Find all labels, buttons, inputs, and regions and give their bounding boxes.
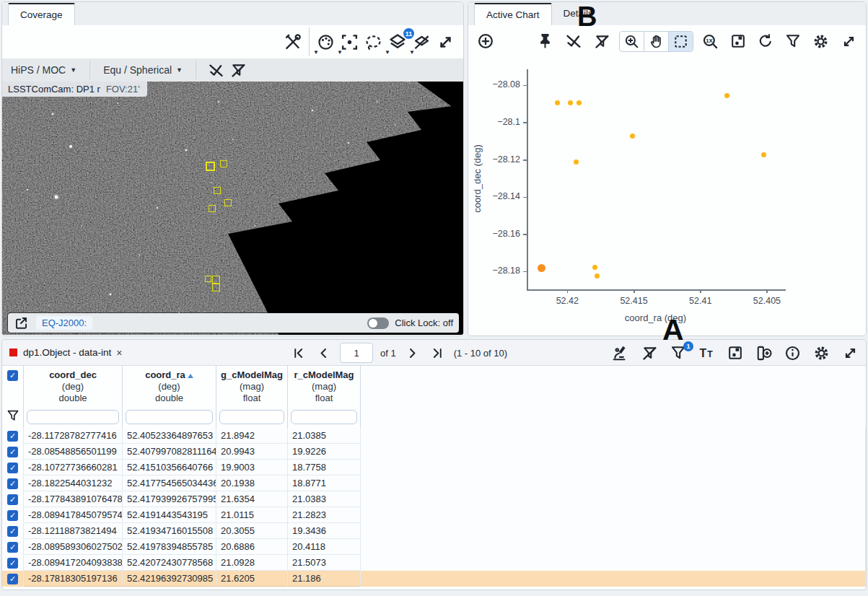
tab-coverage[interactable]: Coverage: [8, 3, 75, 25]
table-row[interactable]: ✓-28.08941720409383852.4207243077856821.…: [2, 555, 866, 571]
y-tick-mark: [523, 197, 527, 198]
add-chart-icon[interactable]: [474, 31, 497, 51]
row-checkbox[interactable]: ✓: [7, 558, 18, 569]
expand-viewer-icon[interactable]: [14, 315, 29, 330]
settings-gear-icon[interactable]: [810, 32, 832, 51]
zoom-in-icon[interactable]: [620, 32, 644, 51]
save-icon[interactable]: [727, 32, 749, 51]
row-checkbox[interactable]: ✓: [7, 510, 18, 521]
click-lock-toggle[interactable]: [367, 317, 389, 329]
select-region-icon[interactable]: [361, 32, 385, 53]
row-filler: [361, 539, 866, 555]
last-page-icon[interactable]: [429, 346, 447, 361]
cell-coord_ra: 52.407997082811164: [123, 444, 216, 460]
image-info-label: LSSTComCam: DP1 r FOV:21': [2, 82, 147, 97]
cell-coord_dec: -28.089589306027502: [24, 539, 123, 555]
table-row[interactable]: ✓-28.1211887382149452.4193471601550820.3…: [2, 523, 866, 539]
catalog-marker-square[interactable]: [206, 162, 215, 171]
cell-g_cModelMag: 20.6886: [216, 539, 288, 555]
cell-g_cModelMag: 20.9943: [216, 444, 288, 460]
row-checkbox[interactable]: ✓: [7, 463, 18, 473]
previous-page-icon[interactable]: [315, 346, 333, 361]
cell-coord_ra: 52.42072430778568: [123, 555, 216, 571]
filter-cell-coord_dec: [24, 408, 123, 428]
settings-gear-icon[interactable]: [810, 343, 833, 363]
data-point: [555, 100, 560, 105]
table-row[interactable]: ✓-28.1781830519713652.4219639273098521.6…: [2, 571, 866, 587]
column-header-coord_dec[interactable]: coord_dec (deg)double: [24, 366, 123, 408]
table-title: dp1.Object - data-int: [23, 347, 111, 358]
close-icon[interactable]: ×: [116, 347, 122, 359]
tab-active-chart[interactable]: Active Chart: [474, 3, 552, 25]
row-checkbox[interactable]: ✓: [7, 478, 18, 489]
first-page-icon[interactable]: [289, 346, 307, 361]
row-checkbox[interactable]: ✓: [7, 447, 18, 457]
annotation-letter-b: B: [577, 3, 597, 30]
table-status-square: [9, 349, 17, 356]
pin-icon[interactable]: [534, 32, 556, 51]
tools-icon[interactable]: [281, 32, 304, 53]
zoom-original-icon[interactable]: [699, 32, 722, 51]
row-checkbox[interactable]: ✓: [7, 494, 18, 505]
catalog-marker-square[interactable]: [212, 284, 220, 292]
catalog-marker-square[interactable]: [212, 276, 220, 284]
row-checkbox[interactable]: ✓: [7, 431, 18, 442]
expand-icon[interactable]: [838, 32, 860, 51]
select-all-checkbox[interactable]: ✓: [7, 370, 18, 381]
box-select-icon[interactable]: [668, 32, 693, 51]
center-image-icon[interactable]: ▼: [338, 32, 361, 53]
table-row[interactable]: ✓-28.08958930602750252.4197839485578520.…: [2, 539, 866, 555]
hips-moc-dropdown[interactable]: HiPS / MOC▼: [2, 64, 85, 76]
table-row[interactable]: ✓-28.0854885650119952.40799708281116420.…: [2, 444, 866, 460]
color-palette-icon[interactable]: ▼: [314, 32, 338, 53]
filter-icon: [6, 409, 19, 422]
annotation-letter-a: A: [662, 315, 684, 345]
table-row[interactable]: ✓-28.182254403123252.41775456503443620.1…: [2, 476, 866, 491]
row-checkbox[interactable]: ✓: [7, 542, 18, 553]
sky-image-viewer[interactable]: LSSTComCam: DP1 r FOV:21' EQ-J2000: Clic…: [2, 82, 463, 335]
filter-input-coord_dec[interactable]: [27, 410, 119, 424]
clear-filter-icon[interactable]: [639, 343, 661, 363]
restore-icon[interactable]: [755, 32, 776, 51]
expand-icon[interactable]: [839, 343, 862, 363]
scatter-chart[interactable]: −28.08−28.1−28.12−28.14−28.16−28.1852.42…: [468, 57, 866, 336]
filter-input-coord_ra[interactable]: [126, 410, 213, 424]
filter-icon[interactable]: [782, 32, 804, 51]
row-checkbox[interactable]: ✓: [7, 526, 18, 537]
catalog-marker-square[interactable]: [214, 187, 221, 194]
filter-input-g_cModelMag[interactable]: [219, 410, 284, 424]
unselect-points-icon[interactable]: [562, 31, 585, 51]
table-row[interactable]: ✓-28.08941784507957452.419144354319521.0…: [2, 507, 866, 523]
microscope-icon[interactable]: [608, 343, 632, 364]
clear-filter-icon[interactable]: [227, 61, 250, 80]
catalog-marker-square[interactable]: [209, 205, 216, 212]
info-icon[interactable]: [781, 343, 804, 363]
add-column-icon[interactable]: [753, 343, 775, 363]
projection-dropdown[interactable]: Equ / Spherical▼: [95, 64, 191, 76]
tab-active-chart-label: Active Chart: [486, 9, 540, 20]
catalog-marker-square[interactable]: [224, 199, 232, 206]
layers-icon[interactable]: ▼11: [385, 31, 410, 53]
column-header-r_cModelMag[interactable]: r_cModelMag (mag)float: [288, 366, 361, 408]
column-header-coord_ra[interactable]: coord_ra (deg)double: [123, 366, 216, 408]
text-view-icon[interactable]: [696, 343, 718, 363]
catalog-marker-square[interactable]: [205, 276, 211, 282]
unselect-rows-icon[interactable]: [205, 61, 227, 80]
cell-g_cModelMag: 21.6205: [216, 571, 288, 587]
page-number-input[interactable]: [340, 343, 373, 363]
table-row[interactable]: ✓-28.1172878277741652.4052336489765321.8…: [2, 428, 866, 444]
catalog-marker-square[interactable]: [220, 160, 227, 167]
table-row[interactable]: ✓-28.17784389107647852.41793992675799521…: [2, 491, 866, 507]
filter-input-r_cModelMag[interactable]: [291, 410, 357, 424]
clear-filter-icon[interactable]: [591, 32, 613, 51]
hips-bar: HiPS / MOC▼ Equ / Spherical▼: [2, 58, 463, 82]
column-header-g_cModelMag[interactable]: g_cModelMag (mag)float: [216, 366, 288, 408]
save-icon[interactable]: [724, 343, 746, 362]
filter-cell-coord_ra: [123, 408, 216, 428]
row-checkbox[interactable]: ✓: [7, 574, 18, 584]
pan-hand-icon[interactable]: [644, 32, 668, 51]
next-page-icon[interactable]: [403, 346, 421, 361]
expand-icon[interactable]: [434, 32, 457, 53]
table-row[interactable]: ✓-28.1072773666028152.4151035664076619.9…: [2, 460, 866, 476]
layers-unselect-icon[interactable]: ▼: [410, 32, 434, 53]
